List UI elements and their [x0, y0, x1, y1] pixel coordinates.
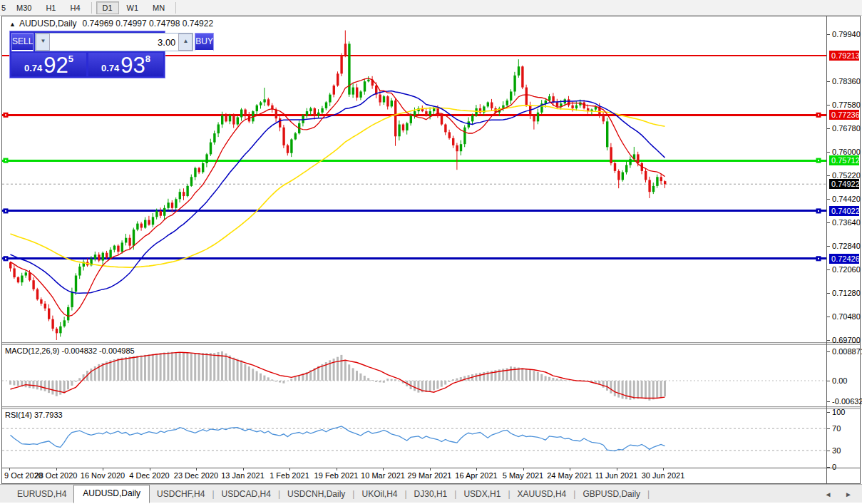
price-tick: 0.75220 — [832, 171, 861, 180]
tab-dj30-h1[interactable]: DJ30,H1 — [407, 486, 455, 503]
timeframe-button-w1[interactable]: W1 — [120, 1, 145, 14]
date-tick-label: 11 Jun 2021 — [595, 471, 638, 480]
date-tick-label: 19 Feb 2021 — [314, 471, 359, 480]
tab-usdcad-h4[interactable]: USDCAD,H4 — [215, 486, 278, 503]
buy-price-point: 8 — [145, 53, 150, 64]
price-axis-macd: 0.0088710.00-0.00632 — [827, 345, 860, 406]
rsi-indicator-pane[interactable]: RSI(14) 37.7933 — [2, 409, 826, 468]
price-axis-main: 0.799400.783600.775800.767800.760000.752… — [827, 16, 860, 342]
price-badge: 0.74922 — [829, 179, 859, 189]
macd-tick: 0.008871 — [832, 347, 862, 356]
buy-price-display[interactable]: 0.74 93 8 — [88, 53, 163, 76]
timeframe-button-d1[interactable]: D1 — [96, 1, 119, 14]
chart-ohlc-header: ▲AUDUSD,Daily0.74969 0.74997 0.74798 0.7… — [9, 19, 213, 29]
chart-window: ▲AUDUSD,Daily0.74969 0.74997 0.74798 0.7… — [1, 16, 861, 484]
symbol-tab-bar: EURUSD,H4AUDUSD,DailyUSDCHF,H4|USDCAD,H4… — [0, 484, 862, 503]
sell-price-base: 0.74 — [24, 62, 42, 75]
date-tick-label: 28 Oct 2020 — [35, 471, 78, 480]
price-tick: 0.73640 — [832, 218, 861, 227]
tab-separator: | — [647, 489, 650, 503]
rsi-chart-canvas[interactable] — [2, 409, 826, 468]
date-tick-label: 1 Feb 2021 — [270, 471, 309, 480]
price-tick: 0.76780 — [832, 124, 861, 133]
date-tick-label: 24 May 2021 — [547, 471, 592, 480]
rsi-tick: 100 — [832, 408, 845, 416]
price-tick: 0.72840 — [832, 242, 861, 250]
tab-usdx-h1[interactable]: USDX,H1 — [456, 486, 508, 503]
price-axis: 0.799400.783600.775800.767800.760000.752… — [826, 16, 860, 483]
plot-column: ▲AUDUSD,Daily0.74969 0.74997 0.74798 0.7… — [2, 16, 826, 483]
price-badge: 0.77236 — [829, 110, 859, 120]
timeframe-button-mn[interactable]: MN — [146, 1, 171, 14]
macd-label: MACD(12,26,9) -0.004832 -0.004985 — [5, 346, 135, 355]
price-tick: 0.79940 — [832, 30, 861, 38]
macd-indicator-pane[interactable]: MACD(12,26,9) -0.004832 -0.004985 — [2, 345, 826, 406]
tab-xauusd-h4[interactable]: XAUUSD,H4 — [510, 486, 574, 503]
date-tick-label: 30 Jun 2021 — [642, 471, 685, 480]
buy-price-base: 0.74 — [101, 62, 119, 75]
sell-price-pips: 92 — [43, 56, 68, 75]
rsi-tick: 30 — [832, 446, 841, 455]
tab-eurusd-h4[interactable]: EURUSD,H4 — [10, 486, 73, 503]
price-tick: 0.69700 — [832, 336, 861, 344]
price-tick: 0.78360 — [832, 77, 861, 86]
rsi-tick: 70 — [832, 424, 841, 433]
price-tick: 0.72060 — [832, 265, 861, 274]
date-tick-label: 4 Dec 2020 — [129, 471, 169, 480]
tab-gbpusd-daily[interactable]: GBPUSD,Daily — [575, 486, 647, 503]
price-tick: 0.77580 — [832, 101, 861, 109]
timeframe-button-h1[interactable]: H1 — [39, 1, 62, 14]
chart-ohlc-values: 0.74969 0.74997 0.74798 0.74922 — [83, 19, 214, 29]
one-click-trade-widget: SELL ▼ ▲ BUY 0.74 92 5 0.74 — [9, 31, 165, 78]
price-tick: 0.70480 — [832, 312, 861, 321]
price-badge: 0.75712 — [829, 155, 859, 165]
date-tick-label: 5 May 2021 — [503, 471, 543, 480]
timeframe-toolbar: 5M30H1H4D1W1MN — [0, 0, 862, 16]
chart-symbol-label: AUDUSD,Daily — [19, 19, 77, 29]
buy-price-pips: 93 — [120, 56, 145, 75]
sell-price-display[interactable]: 0.74 92 5 — [11, 53, 86, 76]
toolbar-separator — [91, 2, 92, 14]
axis-corner — [827, 468, 860, 483]
sell-price-point: 5 — [68, 53, 73, 64]
price-badge: 0.79213 — [829, 51, 859, 61]
date-tick-label: 16 Nov 2020 — [81, 471, 125, 480]
date-tick-label: 16 Apr 2021 — [455, 471, 497, 480]
price-badge: 0.74022 — [829, 206, 859, 216]
macd-tick: 0.00 — [832, 376, 847, 385]
collapse-triangle-icon[interactable]: ▲ — [9, 21, 16, 28]
price-tick: 0.71280 — [832, 289, 861, 297]
volume-input[interactable] — [50, 34, 178, 51]
main-chart-pane[interactable]: ▲AUDUSD,Daily0.74969 0.74997 0.74798 0.7… — [2, 16, 826, 342]
tab-usdcnh-daily[interactable]: USDCNH,Daily — [280, 486, 352, 503]
toolbar-separator — [175, 2, 176, 14]
date-tick-label: 23 Dec 2020 — [174, 471, 218, 480]
tab-scroll-arrows[interactable]: ◄ ► — [824, 490, 858, 498]
rsi-label: RSI(14) 37.7933 — [5, 411, 63, 419]
tab-usdchf-h4[interactable]: USDCHF,H4 — [150, 486, 212, 503]
sell-button[interactable]: SELL — [11, 33, 34, 51]
timeframe-button-5[interactable]: 5 — [0, 1, 9, 14]
price-axis-rsi: 10070300 — [827, 409, 860, 468]
timeframe-button-m30[interactable]: M30 — [10, 1, 38, 14]
volume-decrease-icon[interactable]: ▼ — [36, 34, 50, 51]
price-badge: 0.72426 — [829, 254, 859, 264]
buy-button[interactable]: BUY — [195, 33, 214, 51]
date-tick-label: 29 Mar 2021 — [408, 471, 452, 480]
macd-tick: -0.00632 — [832, 397, 862, 406]
tab-ukoil-h4[interactable]: UKOil,H4 — [354, 486, 404, 503]
date-tick-label: 10 Mar 2021 — [361, 471, 405, 480]
date-tick-label: 13 Jan 2021 — [221, 471, 265, 480]
price-tick: 0.74420 — [832, 195, 861, 203]
volume-increase-icon[interactable]: ▲ — [178, 34, 193, 51]
timeframe-button-h4[interactable]: H4 — [63, 1, 86, 14]
volume-stepper: ▼ ▲ — [35, 33, 193, 51]
tab-audusd-daily[interactable]: AUDUSD,Daily — [73, 485, 150, 503]
date-axis: 9 Oct 202028 Oct 202016 Nov 20204 Dec 20… — [2, 468, 826, 483]
